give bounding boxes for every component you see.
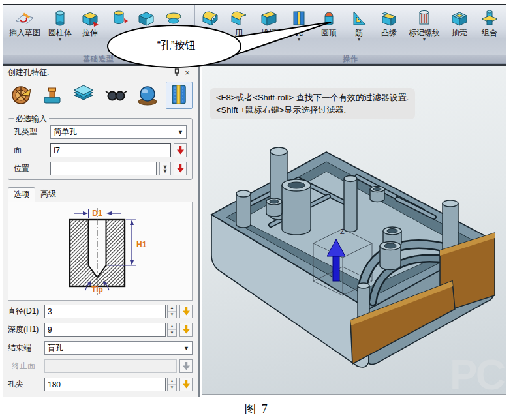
- ribbon-toolbar: 插入草图圆柱体▾拉伸 基础造型 用拔模▾孔▾圆顶筋▾凸缘标记螺纹▾抽壳组合 操作: [3, 4, 506, 64]
- ribbon-button-拉伸[interactable]: 拉伸: [75, 7, 105, 54]
- ribbon-button-loft-icon[interactable]: [160, 7, 187, 54]
- option-select[interactable]: 盲孔▼: [44, 341, 193, 355]
- required-input-group: 必选输入 孔类型 简单孔 ▼ 面 位置 ▼▼: [8, 118, 193, 180]
- ribbon-button-label: 组合: [482, 29, 497, 37]
- option-input[interactable]: [44, 305, 166, 318]
- spinner-control[interactable]: ▲▼: [167, 305, 177, 318]
- dome-icon: [319, 8, 339, 29]
- option-label: 深度(H1): [8, 324, 44, 335]
- pick-arrow-button[interactable]: [179, 378, 193, 391]
- option-row: 结束端盲孔▼: [8, 341, 193, 355]
- sketch-icon: [15, 8, 35, 29]
- dim-label-d1: D1: [92, 209, 102, 218]
- ribbon-button-label: 拉伸: [82, 29, 98, 37]
- pin-icon[interactable]: [172, 67, 182, 78]
- hole-icon: [289, 8, 309, 29]
- hole-section-icon[interactable]: [166, 82, 193, 109]
- chevron-down-icon: ▾: [298, 37, 300, 42]
- ribbon-button-label: 圆顶: [321, 29, 337, 37]
- panel-tabs: 选项 高级: [8, 187, 193, 202]
- revolve-icon: [109, 8, 129, 29]
- stamp-icon[interactable]: [39, 82, 66, 109]
- chevron-down-icon: ▾: [423, 37, 426, 42]
- option-select-value: 盲孔: [48, 342, 63, 353]
- face-pick-arrow-button[interactable]: [174, 143, 187, 157]
- option-label: 终止面: [8, 361, 44, 372]
- hole-feature-panel: 创建孔特征. × 必选输入 孔类型 简单孔 ▼ 面 位置 ▼▼ 选项: [3, 66, 200, 397]
- pick-arrow-button[interactable]: [179, 305, 193, 318]
- hole-type-select[interactable]: 简单孔 ▼: [50, 125, 187, 139]
- ribbon-button-插入草图[interactable]: 插入草图: [5, 7, 45, 54]
- ribbon-button-拔模[interactable]: 拔模▾: [254, 7, 284, 54]
- option-row: 直径(D1)▲▼: [8, 305, 193, 318]
- spinner-control[interactable]: ▲▼: [167, 323, 177, 337]
- ribbon-button-label: 用: [235, 29, 243, 37]
- face-input[interactable]: [50, 143, 171, 157]
- ribbon-button-sweep-icon[interactable]: [132, 7, 160, 54]
- rib-icon: [349, 8, 369, 29]
- option-row: 孔尖▲▼: [8, 378, 193, 391]
- loft-icon: [164, 8, 183, 29]
- apply-icon: [229, 8, 249, 29]
- thread-icon: [414, 8, 434, 29]
- option-label: 直径(D1): [8, 306, 44, 317]
- model-viewport[interactable]: PC <F8>或者<Shift-roll> 查找下一个有效的过滤器设置. <Sh…: [202, 66, 506, 395]
- fillet-icon: [200, 8, 220, 29]
- chevron-down-icon: ▾: [358, 37, 360, 42]
- tab-options[interactable]: 选项: [8, 187, 35, 202]
- hole-type-label: 孔类型: [14, 127, 50, 138]
- ribbon-button-revolve-icon[interactable]: [105, 7, 132, 54]
- option-input[interactable]: [44, 378, 166, 391]
- extrude-icon: [80, 8, 100, 29]
- position-label: 位置: [14, 163, 50, 174]
- option-row: 终止面: [8, 359, 193, 373]
- sphere-icon[interactable]: [134, 82, 161, 109]
- ribbon-button-label: 抽壳: [452, 29, 467, 37]
- layers-icon[interactable]: [71, 82, 98, 109]
- ribbon-button-标记螺纹[interactable]: 标记螺纹▾: [404, 7, 444, 54]
- close-icon[interactable]: ×: [182, 67, 193, 78]
- ribbon-button-圆顶[interactable]: 圆顶: [314, 7, 344, 54]
- ribbon-button-fillet-icon[interactable]: [196, 7, 224, 54]
- sweep-icon: [136, 8, 156, 29]
- ribbon-group-operations: 用拔模▾孔▾圆顶筋▾凸缘标记螺纹▾抽壳组合 操作: [195, 5, 506, 63]
- option-label: 结束端: [8, 342, 44, 353]
- panel-title: 创建孔特征.: [8, 67, 172, 78]
- 3d-model: Z: [202, 79, 506, 395]
- ribbon-group-label: 基础造型: [3, 55, 194, 63]
- option-row: 深度(H1)▲▼: [8, 323, 193, 337]
- chevron-down-icon: ▾: [268, 37, 270, 42]
- glasses-icon[interactable]: [102, 82, 129, 109]
- options-list: 直径(D1)▲▼深度(H1)▲▼结束端盲孔▼终止面孔尖▲▼: [8, 305, 193, 391]
- ribbon-group-label: 操作: [195, 55, 506, 63]
- chevron-down-icon: ▼: [178, 129, 183, 136]
- flange-icon: [379, 8, 399, 29]
- ribbon-button-抽壳[interactable]: 抽壳: [444, 7, 474, 54]
- figure-caption: 图 7: [0, 401, 513, 417]
- ribbon-button-孔[interactable]: 孔▾: [284, 7, 314, 54]
- option-label: 孔尖: [8, 379, 44, 390]
- ribbon-button-圆柱体[interactable]: 圆柱体▾: [45, 7, 75, 54]
- dim-label-tip: Tip: [91, 285, 103, 294]
- dim-label-h1: H1: [136, 240, 147, 249]
- draft-icon: [259, 8, 279, 29]
- ribbon-button-筋[interactable]: 筋▾: [344, 7, 374, 54]
- tab-advanced[interactable]: 高级: [35, 187, 61, 202]
- position-pick-arrow-button[interactable]: [174, 162, 187, 175]
- ribbon-button-用[interactable]: 用: [224, 7, 254, 54]
- ribbon-button-组合[interactable]: 组合: [474, 7, 505, 54]
- pick-arrow-button[interactable]: [179, 359, 193, 373]
- face-label: 面: [14, 145, 50, 156]
- ribbon-button-凸缘[interactable]: 凸缘: [374, 7, 404, 54]
- hole-type-value: 简单孔: [54, 127, 77, 138]
- axis-label: Z: [340, 228, 345, 235]
- double-chevron-icon[interactable]: ▼▼: [159, 162, 171, 175]
- position-input[interactable]: [50, 162, 157, 175]
- pick-arrow-button[interactable]: [179, 323, 193, 337]
- hole-section-diagram: D1 H1 Tip: [32, 203, 169, 299]
- shell-icon: [450, 8, 469, 29]
- spinner-control[interactable]: ▲▼: [167, 378, 177, 391]
- option-input[interactable]: [44, 323, 166, 337]
- wheel-icon[interactable]: [8, 82, 35, 109]
- required-input-label: 必选输入: [14, 113, 49, 125]
